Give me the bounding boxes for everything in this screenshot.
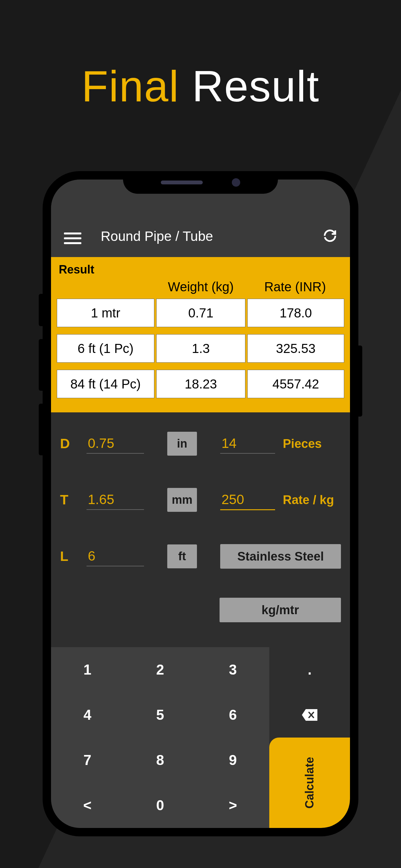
input-rate[interactable]: 250: [220, 490, 275, 510]
keypad: 1 2 3 4 5 6 7 8 9 < 0 > .: [51, 647, 350, 828]
row-label: 84 ft (14 Pc): [57, 370, 154, 398]
key-0[interactable]: 0: [124, 783, 196, 828]
label-pieces: Pieces: [283, 437, 321, 451]
row-weight: 1.3: [156, 334, 245, 363]
key-4[interactable]: 4: [51, 692, 124, 738]
row-rate: 325.53: [247, 334, 344, 363]
row-rate: 4557.42: [247, 370, 344, 398]
key-backspace[interactable]: [269, 692, 350, 738]
calculate-button[interactable]: Calculate: [269, 738, 350, 828]
key-7[interactable]: 7: [51, 738, 124, 783]
key-3[interactable]: 3: [197, 647, 269, 692]
row-weight: 18.23: [156, 370, 245, 398]
key-1[interactable]: 1: [51, 647, 124, 692]
table-row: 6 ft (1 Pc) 1.3 325.53: [57, 334, 344, 363]
label-l: L: [60, 549, 87, 564]
key-prev[interactable]: <: [51, 783, 124, 828]
label-rate: Rate / kg: [283, 493, 334, 507]
app-screen: Round Pipe / Tube Result Weight (kg) Rat…: [51, 180, 350, 828]
input-l[interactable]: 6: [87, 547, 144, 566]
row-label: 6 ft (1 Pc): [57, 334, 154, 363]
label-t: T: [60, 492, 87, 507]
key-2[interactable]: 2: [124, 647, 196, 692]
key-next[interactable]: >: [197, 783, 269, 828]
backspace-icon: [301, 709, 318, 721]
label-d: D: [60, 436, 87, 452]
calculate-label: Calculate: [303, 757, 316, 809]
key-dot[interactable]: .: [269, 647, 350, 692]
input-d[interactable]: 0.75: [87, 434, 144, 454]
promo-word-1: Final: [82, 62, 180, 111]
row-weight: 0.71: [156, 299, 245, 327]
header-weight: Weight (kg): [156, 280, 246, 294]
result-panel: Result Weight (kg) Rate (INR) 1 mtr 0.71…: [51, 257, 350, 412]
input-t[interactable]: 1.65: [87, 490, 144, 510]
key-8[interactable]: 8: [124, 738, 196, 783]
key-9[interactable]: 9: [197, 738, 269, 783]
table-row: 1 mtr 0.71 178.0: [57, 299, 344, 327]
inputs-panel: D 0.75 in 14 Pieces T 1.65 mm 250 Rate /…: [51, 412, 350, 598]
row-label: 1 mtr: [57, 299, 154, 327]
row-rate: 178.0: [247, 299, 344, 327]
header-rate: Rate (INR): [246, 280, 344, 294]
unit-t-button[interactable]: mm: [167, 488, 197, 512]
input-pieces[interactable]: 14: [220, 434, 275, 454]
result-label: Result: [59, 263, 344, 276]
material-select[interactable]: Stainless Steel: [220, 544, 341, 569]
phone-mockup: Round Pipe / Tube Result Weight (kg) Rat…: [42, 171, 359, 836]
key-5[interactable]: 5: [124, 692, 196, 738]
promo-title: Final Result: [0, 61, 401, 112]
menu-icon[interactable]: [64, 232, 81, 244]
table-row: 84 ft (14 Pc) 18.23 4557.42: [57, 370, 344, 398]
page-title: Round Pipe / Tube: [101, 228, 323, 244]
refresh-icon[interactable]: [323, 228, 337, 244]
key-6[interactable]: 6: [197, 692, 269, 738]
unit-d-button[interactable]: in: [167, 432, 197, 456]
output-unit-select[interactable]: kg/mtr: [220, 598, 341, 622]
promo-word-2: Result: [192, 62, 320, 111]
unit-l-button[interactable]: ft: [167, 545, 197, 568]
